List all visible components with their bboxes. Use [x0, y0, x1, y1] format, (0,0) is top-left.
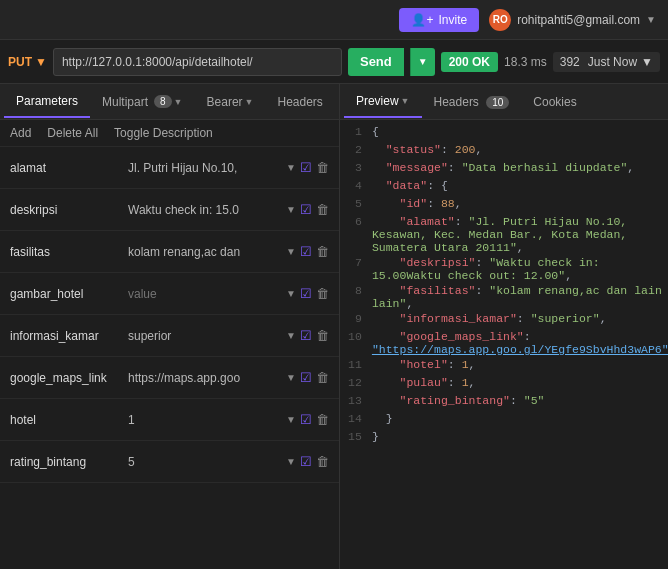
row-check-icon[interactable]: ☑	[300, 202, 312, 217]
tab-cookies[interactable]: Cookies	[521, 87, 588, 117]
field-value-gambar-hotel[interactable]	[128, 287, 278, 301]
field-name-hotel: hotel	[10, 413, 120, 427]
tab-headers-right[interactable]: Headers 10	[422, 87, 522, 117]
field-value-hotel[interactable]	[128, 413, 278, 427]
line-content: "rating_bintang": "5"	[372, 394, 668, 410]
row-delete-icon[interactable]: 🗑	[316, 160, 329, 175]
line-number: 4	[340, 179, 372, 195]
row-actions-rating-bintang: ▼ ☑ 🗑	[286, 454, 329, 469]
user-email: rohitpahti5@gmail.com	[517, 13, 640, 27]
method-selector[interactable]: PUT ▼	[8, 55, 47, 69]
code-line: 13 "rating_bintang": "5"	[340, 393, 668, 411]
row-check-icon[interactable]: ☑	[300, 412, 312, 427]
tab-preview[interactable]: Preview ▼	[344, 86, 422, 118]
line-number: 12	[340, 376, 372, 392]
line-content: "deskripsi": "Waktu check in: 15.00Waktu…	[372, 256, 668, 282]
main-layout: Parameters Multipart 8 ▼ Bearer ▼ Header…	[0, 84, 668, 569]
headers-badge: 10	[486, 96, 509, 109]
tab-multipart[interactable]: Multipart 8 ▼	[90, 87, 195, 117]
table-row: google_maps_link ▼ ☑ 🗑	[0, 357, 339, 399]
row-delete-icon[interactable]: 🗑	[316, 244, 329, 259]
row-dropdown-icon[interactable]: ▼	[286, 288, 296, 299]
bearer-chevron-icon: ▼	[245, 97, 254, 107]
code-line: 3 "message": "Data berhasil diupdate",	[340, 160, 668, 178]
code-line: 6 "alamat": "Jl. Putri Hijau No.10, Kesa…	[340, 214, 668, 255]
field-value-fasilitas[interactable]	[128, 245, 278, 259]
row-check-icon[interactable]: ☑	[300, 370, 312, 385]
top-bar: 👤+ Invite RO rohitpahti5@gmail.com ▼	[0, 0, 668, 40]
tab-headers-left[interactable]: Headers	[265, 87, 334, 117]
row-actions-gambar-hotel: ▼ ☑ 🗑	[286, 286, 329, 301]
code-line: 12 "pulau": 1,	[340, 375, 668, 393]
row-actions-fasilitas: ▼ ☑ 🗑	[286, 244, 329, 259]
url-input[interactable]	[53, 48, 342, 76]
field-name-deskripsi: deskripsi	[10, 203, 120, 217]
url-bar: PUT ▼ Send ▼ 200 OK 18.3 ms 392 Just Now…	[0, 40, 668, 84]
row-check-icon[interactable]: ☑	[300, 454, 312, 469]
field-value-alamat[interactable]	[128, 161, 278, 175]
row-check-icon[interactable]: ☑	[300, 160, 312, 175]
multipart-chevron-icon: ▼	[174, 97, 183, 107]
line-number: 3	[340, 161, 372, 177]
response-time: 18.3 ms	[504, 55, 547, 69]
line-content: }	[372, 430, 668, 446]
line-number: 9	[340, 312, 372, 328]
field-value-google-maps-link[interactable]	[128, 371, 278, 385]
status-badge: 200 OK	[441, 52, 498, 72]
right-tab-bar: Preview ▼ Headers 10 Cookies	[340, 84, 668, 120]
tab-parameters[interactable]: Parameters	[4, 86, 90, 118]
add-link[interactable]: Add	[10, 126, 31, 140]
table-row: fasilitas ▼ ☑ 🗑	[0, 231, 339, 273]
row-check-icon[interactable]: ☑	[300, 328, 312, 343]
table-row: deskripsi ▼ ☑ 🗑	[0, 189, 339, 231]
line-content: }	[372, 412, 668, 428]
row-delete-icon[interactable]: 🗑	[316, 286, 329, 301]
user-menu[interactable]: RO rohitpahti5@gmail.com ▼	[489, 9, 656, 31]
line-number: 2	[340, 143, 372, 159]
action-bar: Add Delete All Toggle Description	[0, 120, 339, 147]
tab-bearer[interactable]: Bearer ▼	[195, 87, 266, 117]
code-line: 14 }	[340, 411, 668, 429]
table-row: informasi_kamar ▼ ☑ 🗑	[0, 315, 339, 357]
size-timestamp[interactable]: 392 Just Now ▼	[553, 52, 660, 72]
row-dropdown-icon[interactable]: ▼	[286, 414, 296, 425]
row-actions-informasi-kamar: ▼ ☑ 🗑	[286, 328, 329, 343]
row-check-icon[interactable]: ☑	[300, 286, 312, 301]
line-content: "alamat": "Jl. Putri Hijau No.10, Kesawa…	[372, 215, 668, 254]
field-name-gambar-hotel: gambar_hotel	[10, 287, 120, 301]
line-number: 11	[340, 358, 372, 374]
send-dropdown-button[interactable]: ▼	[410, 48, 435, 76]
line-number: 8	[340, 284, 372, 310]
row-delete-icon[interactable]: 🗑	[316, 454, 329, 469]
row-dropdown-icon[interactable]: ▼	[286, 246, 296, 257]
row-delete-icon[interactable]: 🗑	[316, 328, 329, 343]
field-value-rating-bintang[interactable]	[128, 455, 278, 469]
send-button[interactable]: Send	[348, 48, 404, 76]
line-content: "google_maps_link": "https://maps.app.go…	[372, 330, 668, 356]
delete-all-link[interactable]: Delete All	[47, 126, 98, 140]
row-dropdown-icon[interactable]: ▼	[286, 162, 296, 173]
row-dropdown-icon[interactable]: ▼	[286, 456, 296, 467]
row-dropdown-icon[interactable]: ▼	[286, 204, 296, 215]
line-number: 10	[340, 330, 372, 356]
method-chevron-icon: ▼	[35, 55, 47, 69]
field-value-informasi-kamar[interactable]	[128, 329, 278, 343]
field-value-deskripsi[interactable]	[128, 203, 278, 217]
row-check-icon[interactable]: ☑	[300, 244, 312, 259]
code-line: 2 "status": 200,	[340, 142, 668, 160]
line-content: "pulau": 1,	[372, 376, 668, 392]
toggle-description-link[interactable]: Toggle Description	[114, 126, 213, 140]
preview-chevron-icon: ▼	[401, 96, 410, 106]
row-delete-icon[interactable]: 🗑	[316, 202, 329, 217]
code-line: 10 "google_maps_link": "https://maps.app…	[340, 329, 668, 357]
code-line: 9 "informasi_kamar": "superior",	[340, 311, 668, 329]
table-row: gambar_hotel ▼ ☑ 🗑	[0, 273, 339, 315]
row-actions-google-maps-link: ▼ ☑ 🗑	[286, 370, 329, 385]
row-dropdown-icon[interactable]: ▼	[286, 372, 296, 383]
row-delete-icon[interactable]: 🗑	[316, 412, 329, 427]
code-line: 5 "id": 88,	[340, 196, 668, 214]
invite-button[interactable]: 👤+ Invite	[399, 8, 479, 32]
code-view: 1 { 2 "status": 200, 3 "message": "Data …	[340, 120, 668, 569]
row-delete-icon[interactable]: 🗑	[316, 370, 329, 385]
row-dropdown-icon[interactable]: ▼	[286, 330, 296, 341]
